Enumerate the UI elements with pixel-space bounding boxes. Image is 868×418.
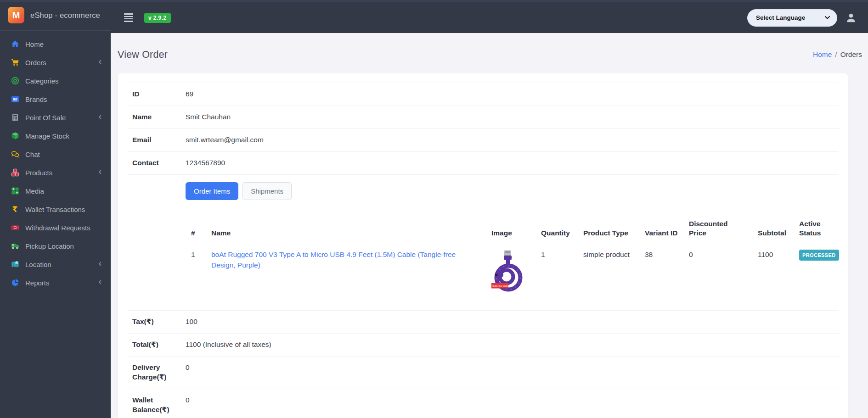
language-select[interactable]: Select Language [747, 9, 837, 27]
main-content: View Order Home/Orders ID 69 Name Smit C… [111, 33, 868, 418]
app-title: eShop - ecommerce [30, 11, 100, 20]
sidebar-item-pickup-location[interactable]: Pickup Location [0, 237, 111, 255]
order-detail-row-email: Email smit.wrteam@gmail.com [127, 128, 839, 151]
sidebar-item-wallet-transactions[interactable]: ₹ Wallet Transactions [0, 200, 111, 218]
order-tabs: Order Items Shipments [186, 182, 833, 200]
chevron-left-icon [98, 279, 102, 287]
order-id-value: 69 [186, 89, 193, 99]
svg-text:ad: ad [13, 97, 17, 101]
banknote-icon [11, 223, 19, 232]
cube-icon [11, 132, 19, 140]
summary-row-delivery-charge: Delivery Charge(₹) 0 [127, 356, 839, 389]
col-index: # [186, 214, 206, 243]
order-card: ID 69 Name Smit Chauhan Email smit.wrtea… [118, 73, 848, 418]
product-image: Tangle-free Cable [491, 249, 524, 295]
chevron-left-icon [98, 58, 102, 67]
chevron-left-icon [98, 113, 102, 122]
summary-row-tax: Tax(₹) 100 [127, 310, 839, 333]
item-subtotal: 1100 [752, 243, 794, 304]
sidebar-item-categories[interactable]: Categories [0, 72, 111, 90]
home-icon [11, 40, 19, 49]
items-table-header-row: # Name Image Quantity Product Type Varia… [186, 214, 839, 243]
col-quantity: Quantity [535, 214, 578, 243]
chat-bubbles-icon [11, 150, 19, 159]
pie-chart-icon [11, 279, 19, 287]
media-icon [11, 187, 19, 195]
sidebar-item-media[interactable]: Media [0, 182, 111, 200]
sidebar-item-manage-stock[interactable]: Manage Stock [0, 127, 111, 145]
order-items-section: Order Items Shipments # Name Image Quant… [127, 174, 839, 311]
page-header: View Order Home/Orders [111, 33, 868, 73]
topbar: v 2.9.2 Select Language [111, 0, 868, 33]
sidebar-item-withdrawal-requests[interactable]: Withdrawal Requests [0, 218, 111, 237]
item-index: 1 [186, 243, 206, 304]
svg-text:Tangle-free Cable: Tangle-free Cable [491, 285, 508, 287]
col-variant-id: Variant ID [639, 214, 683, 243]
top-accent-strip [0, 0, 868, 2]
hamburger-menu-icon[interactable] [123, 11, 134, 23]
order-detail-row-contact: Contact 1234567890 [127, 151, 839, 174]
rupee-icon: ₹ [11, 205, 19, 214]
sidebar-item-point-of-sale[interactable]: Point Of Sale [0, 108, 111, 127]
tab-shipments[interactable]: Shipments [242, 182, 292, 200]
sidebar-item-orders[interactable]: Orders [0, 53, 111, 72]
sidebar: M eShop - ecommerce Home Orders Categori… [0, 0, 111, 418]
col-image: Image [486, 214, 535, 243]
sidebar-menu: Home Orders Categories ad Brands [0, 31, 111, 292]
sidebar-item-home[interactable]: Home [0, 35, 111, 53]
order-contact-value: 1234567890 [186, 158, 225, 168]
sidebar-item-location[interactable]: Location [0, 255, 111, 273]
product-name-link[interactable]: boAt Rugged 700 V3 Type A to Micro USB 4… [211, 251, 456, 269]
cart-icon [11, 58, 19, 67]
tab-order-items[interactable]: Order Items [186, 182, 238, 200]
item-quantity: 1 [535, 243, 578, 304]
delivery-charge-value: 0 [186, 363, 190, 382]
item-discounted-price: 0 [683, 243, 752, 304]
total-value: 1100 (Inclusive of all taxes) [186, 340, 271, 350]
order-email-value: smit.wrteam@gmail.com [186, 135, 264, 145]
col-subtotal: Subtotal [752, 214, 794, 243]
chevron-left-icon [98, 168, 102, 177]
breadcrumb: Home/Orders [813, 50, 862, 59]
page-title: View Order [118, 49, 168, 61]
item-product-type: simple product [578, 243, 639, 304]
sidebar-item-brands[interactable]: ad Brands [0, 90, 111, 108]
summary-row-total: Total(₹) 1100 (Inclusive of all taxes) [127, 333, 839, 356]
tax-value: 100 [186, 317, 197, 327]
user-profile-icon[interactable] [845, 12, 857, 24]
breadcrumb-current: Orders [840, 50, 862, 58]
map-pin-icon [11, 260, 19, 269]
product-cubes-icon [11, 168, 19, 177]
version-badge: v 2.9.2 [144, 13, 171, 23]
truck-icon [11, 242, 19, 251]
app-logo-icon: M [8, 7, 24, 23]
chevron-down-icon [824, 16, 830, 20]
breadcrumb-separator: / [835, 50, 837, 58]
categories-icon [11, 77, 19, 85]
col-product-type: Product Type [578, 214, 639, 243]
order-detail-row-id: ID 69 [127, 83, 839, 106]
breadcrumb-home-link[interactable]: Home [813, 50, 832, 58]
col-discounted-price: Discounted Price [683, 214, 752, 243]
sidebar-item-chat[interactable]: Chat [0, 145, 111, 163]
wallet-balance-value: 0 [186, 396, 190, 415]
item-row: 1 boAt Rugged 700 V3 Type A to Micro USB… [186, 243, 839, 304]
summary-row-wallet-balance: Wallet Balance(₹) 0 [127, 389, 839, 418]
item-variant-id: 38 [639, 243, 683, 304]
chevron-left-icon [98, 260, 102, 268]
sidebar-item-products[interactable]: Products [0, 163, 111, 182]
col-active-status: Active Status [794, 214, 839, 243]
calculator-icon [11, 113, 19, 122]
col-name: Name [206, 214, 486, 243]
order-items-table: # Name Image Quantity Product Type Varia… [186, 214, 839, 304]
brands-ad-icon: ad [11, 95, 19, 104]
order-detail-row-name: Name Smit Chauhan [127, 106, 839, 128]
app-logo[interactable]: M eShop - ecommerce [0, 0, 111, 31]
status-badge: PROCESSED [799, 250, 839, 261]
sidebar-item-reports[interactable]: Reports [0, 273, 111, 292]
order-name-value: Smit Chauhan [186, 112, 231, 122]
